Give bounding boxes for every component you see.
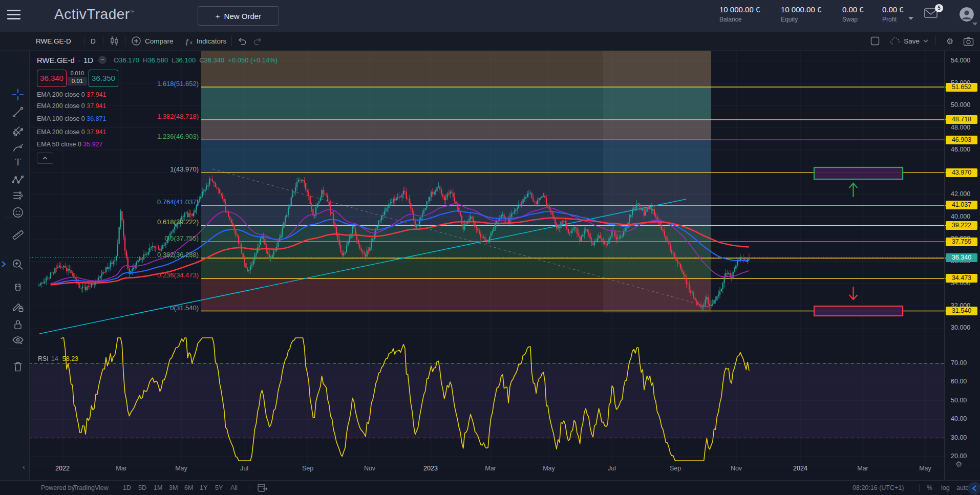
stat-label: Swap bbox=[842, 16, 864, 23]
left-panel-expander[interactable] bbox=[0, 257, 7, 271]
symbol-button[interactable]: RWE.GE-D bbox=[36, 32, 71, 50]
forecast-tool-icon bbox=[11, 189, 25, 202]
fib-price-badge: 39.222 bbox=[946, 221, 977, 230]
legend-interval: 1D bbox=[83, 56, 93, 64]
stat-profit: 0.00 €Profit bbox=[882, 5, 904, 23]
sell-button[interactable]: 36.340 bbox=[37, 70, 67, 87]
compare-button[interactable]: Compare bbox=[131, 32, 174, 50]
rsi-legend[interactable]: RSI1458.23 bbox=[38, 355, 78, 362]
hide-all-tool-icon bbox=[11, 333, 25, 347]
brush-tool[interactable] bbox=[11, 142, 26, 156]
app-header: ActivTrader™ +New Order 10 000.00 €Balan… bbox=[0, 0, 980, 32]
collapse-panel-button[interactable] bbox=[968, 482, 980, 495]
menu-icon[interactable] bbox=[7, 10, 20, 22]
text-tool[interactable]: T bbox=[11, 156, 26, 170]
indicator-row[interactable]: EMA 100 close 0 36.871 bbox=[37, 115, 106, 124]
indicator-row[interactable]: EMA 200 close 0 37.941 bbox=[37, 128, 106, 138]
percent-scale-button[interactable]: % bbox=[927, 481, 932, 495]
hide-series-icon[interactable]: − bbox=[98, 56, 106, 64]
trend-line-tool[interactable] bbox=[11, 105, 26, 120]
interval-button[interactable]: D bbox=[91, 32, 96, 50]
rsi-tick: 60.00 bbox=[951, 378, 967, 385]
rsi-tick: 40.00 bbox=[951, 415, 967, 422]
new-order-button[interactable]: +New Order bbox=[198, 6, 279, 26]
account-menu-button[interactable] bbox=[960, 7, 974, 21]
avatar-icon bbox=[960, 7, 974, 21]
chart-settings-button[interactable]: ⚙ bbox=[946, 32, 953, 50]
ohlc-open: O36.170 bbox=[114, 56, 139, 64]
indicator-value: 35.927 bbox=[81, 141, 103, 148]
indicator-row[interactable]: EMA 200 close 0 37.941 bbox=[37, 102, 106, 112]
go-to-date-button[interactable] bbox=[257, 481, 268, 495]
log-scale-button[interactable]: log bbox=[941, 481, 950, 495]
indicator-row[interactable]: EMA 200 close 0 37.941 bbox=[37, 91, 106, 100]
fib-price-badge: 34.473 bbox=[946, 274, 977, 283]
range-3m[interactable]: 3M bbox=[169, 481, 178, 495]
fib-label-0.5: 0.5(37.755) bbox=[132, 234, 199, 242]
mail-button[interactable]: 5 bbox=[924, 7, 942, 25]
stat-label: Profit bbox=[882, 16, 904, 23]
down-arrow-icon bbox=[849, 287, 858, 299]
chart-style-button[interactable] bbox=[109, 32, 120, 50]
magnet-tool[interactable] bbox=[11, 283, 26, 297]
axis-settings-icon[interactable]: ⚙ bbox=[955, 460, 962, 469]
price-axis[interactable]: 54.00052.00050.00048.00046.00044.00042.0… bbox=[944, 50, 980, 480]
fib-label-1.382: 1.382(48.718) bbox=[132, 113, 199, 120]
account-dropdown-icon[interactable] bbox=[972, 23, 977, 26]
range-5y[interactable]: 5Y bbox=[215, 481, 223, 495]
forecast-tool[interactable] bbox=[11, 189, 26, 203]
fib-highlight-zone bbox=[603, 50, 711, 313]
time-label-Nov: Nov bbox=[721, 465, 752, 472]
favorite-checkbox[interactable] bbox=[870, 32, 880, 50]
buy-button[interactable]: 36.350 bbox=[89, 70, 118, 87]
magnet-tool-icon bbox=[11, 283, 25, 296]
fx-icon: ƒ bbox=[185, 37, 189, 46]
stat-equity: 10 000.00 €Equity bbox=[781, 5, 821, 23]
chart-toolbar: RWE.GE-D D Compare ƒ x Indicators bbox=[0, 32, 980, 51]
range-1m[interactable]: 1M bbox=[154, 481, 162, 495]
range-5d[interactable]: 5D bbox=[138, 481, 146, 495]
ruler-tool[interactable] bbox=[11, 228, 26, 243]
screenshot-button[interactable] bbox=[963, 32, 974, 50]
tradingview-link[interactable]: TradingView bbox=[73, 481, 109, 495]
price-tick: 54.000 bbox=[951, 57, 970, 64]
profit-dropdown-icon[interactable] bbox=[908, 17, 913, 20]
price-chart-canvas[interactable] bbox=[0, 0, 980, 495]
range-6m[interactable]: 6M bbox=[184, 481, 193, 495]
indicator-label: EMA 100 close 0 bbox=[37, 115, 85, 122]
pattern-tool[interactable] bbox=[11, 174, 26, 188]
pattern-tool-icon bbox=[11, 174, 25, 187]
range-all[interactable]: All bbox=[230, 481, 238, 495]
zoom-in-tool-icon bbox=[11, 258, 25, 271]
drawing-lock-tool[interactable] bbox=[11, 300, 26, 314]
pane-separator[interactable] bbox=[29, 335, 980, 335]
emoji-tool[interactable] bbox=[11, 206, 26, 220]
undo-button[interactable] bbox=[237, 32, 248, 50]
fib-price-badge: 48.718 bbox=[946, 115, 977, 124]
trend-line-tool-icon bbox=[11, 105, 25, 119]
bottom-bar: Powered by TradingView 08:20:16 (UTC+1) … bbox=[0, 480, 980, 495]
candlestick-icon bbox=[109, 35, 120, 47]
legend-collapse-button[interactable] bbox=[37, 153, 53, 164]
remove-all-tool[interactable] bbox=[11, 360, 26, 374]
fib-price-badge: 31.540 bbox=[946, 307, 977, 315]
clock[interactable]: 08:20:16 (UTC+1) bbox=[853, 481, 904, 495]
indicator-row[interactable]: EMA 50 close 0 35.927 bbox=[37, 141, 103, 150]
zoom-in-tool[interactable] bbox=[11, 258, 26, 272]
range-1y[interactable]: 1Y bbox=[200, 481, 207, 495]
scroll-left-icon[interactable]: ‹ bbox=[23, 462, 25, 471]
range-1d[interactable]: 1D bbox=[123, 481, 131, 495]
chevron-up-icon bbox=[42, 156, 48, 160]
redo-button[interactable] bbox=[252, 32, 263, 50]
auto-scale-button[interactable]: auto bbox=[956, 481, 969, 495]
legend-title-row[interactable]: RWE.GE-d · 1D − O36.170 H36.580 L36.100 … bbox=[37, 54, 278, 66]
remove-all-tool-icon bbox=[11, 360, 25, 373]
indicators-button[interactable]: ƒ x Indicators bbox=[185, 32, 226, 50]
fib-tools[interactable] bbox=[11, 124, 26, 138]
save-layout-button[interactable]: Save bbox=[889, 32, 929, 50]
lock-all-tool[interactable] bbox=[11, 318, 26, 332]
fib-tools-icon bbox=[11, 124, 25, 137]
indicator-label: EMA 200 close 0 bbox=[37, 102, 85, 110]
hide-all-tool[interactable] bbox=[11, 333, 26, 348]
crosshair-tool[interactable] bbox=[11, 88, 26, 102]
